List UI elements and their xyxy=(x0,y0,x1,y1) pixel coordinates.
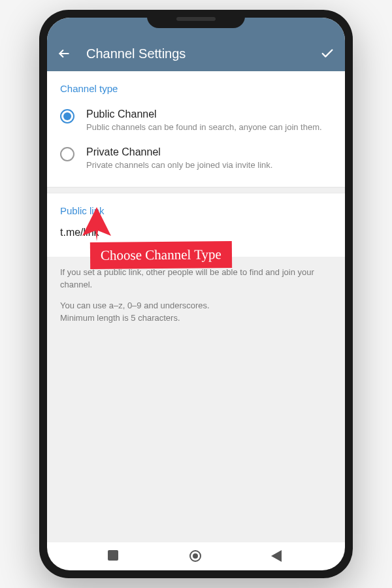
help-paragraph-1: If you set a public link, other people w… xyxy=(60,266,332,291)
phone-screen: Channel Settings Channel type Public Cha… xyxy=(47,18,345,570)
content-area: Channel type Public Channel Public chann… xyxy=(47,71,345,542)
square-icon xyxy=(108,550,118,561)
radio-private-channel[interactable]: Private Channel Private channels can onl… xyxy=(60,140,332,178)
section-divider xyxy=(47,187,345,193)
help-text-area: If you set a public link, other people w… xyxy=(47,257,345,542)
nav-recent-button[interactable] xyxy=(108,550,121,563)
radio-label-group: Public Channel Public channels can be fo… xyxy=(86,108,322,133)
triangle-icon xyxy=(271,550,282,562)
android-nav-bar xyxy=(47,542,345,570)
page-title: Channel Settings xyxy=(86,46,304,61)
radio-private-desc: Private channels can only be joined via … xyxy=(86,160,272,171)
help-paragraph-2: You can use a–z, 0–9 and underscores. Mi… xyxy=(60,299,332,325)
back-button[interactable] xyxy=(57,47,71,60)
radio-label-group: Private Channel Private channels can onl… xyxy=(86,146,272,171)
radio-public-title: Public Channel xyxy=(86,108,322,120)
radio-private-title: Private Channel xyxy=(86,146,272,158)
public-link-input[interactable]: t.me/link xyxy=(60,224,332,248)
nav-home-button[interactable] xyxy=(189,550,203,563)
phone-frame: Channel Settings Channel type Public Cha… xyxy=(39,10,353,578)
public-link-header: Public link xyxy=(60,205,332,216)
public-link-section: Public link t.me/link xyxy=(47,193,345,257)
radio-public-desc: Public channels can be found in search, … xyxy=(86,122,322,133)
radio-indicator-icon xyxy=(60,147,74,161)
radio-public-channel[interactable]: Public Channel Public channels can be fo… xyxy=(60,102,332,140)
phone-notch xyxy=(147,10,245,28)
app-bar: Channel Settings xyxy=(47,36,345,71)
circle-icon xyxy=(189,550,201,562)
confirm-button[interactable] xyxy=(320,46,335,61)
nav-back-button[interactable] xyxy=(271,550,284,563)
channel-type-header: Channel type xyxy=(60,83,332,94)
radio-indicator-icon xyxy=(60,109,74,123)
channel-type-section: Channel type Public Channel Public chann… xyxy=(47,71,345,187)
